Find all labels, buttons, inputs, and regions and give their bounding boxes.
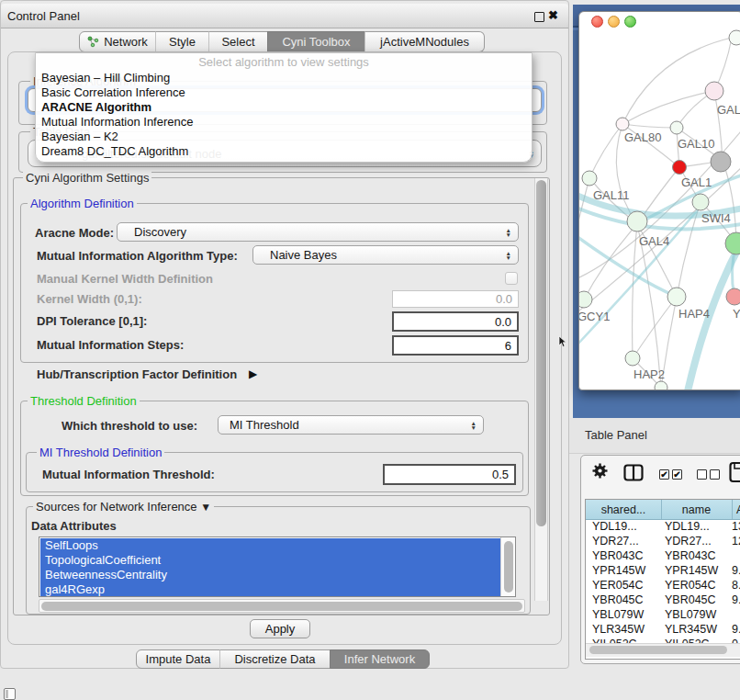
tab-network[interactable]: Network <box>79 31 156 52</box>
algorithm-option[interactable]: Bayesian – K2 <box>41 130 118 144</box>
table-cell: YBR045C <box>665 593 716 606</box>
table-row[interactable]: YER054CYER054C8. <box>586 578 740 593</box>
network-node[interactable] <box>655 381 667 390</box>
network-node[interactable] <box>616 118 629 130</box>
kernel-width-field[interactable]: 0.0 <box>392 290 519 308</box>
algorithm-option[interactable]: ARACNE Algorithm <box>41 100 151 115</box>
network-edge[interactable] <box>633 224 637 358</box>
mi-type-combo[interactable]: Naive Bayes▲▼ <box>252 245 519 265</box>
network-node[interactable] <box>670 121 683 134</box>
tab-jactivemnodules[interactable]: jActiveMNodules <box>364 31 485 52</box>
close-icon[interactable]: ✖ <box>548 8 558 22</box>
sources-group-title[interactable]: Sources for Network Inference ▼ <box>33 501 214 514</box>
table-row[interactable]: YDL19...YDL19...13 <box>586 519 740 534</box>
table-row[interactable]: YDR27...YDR27...12 <box>586 534 740 548</box>
tab-infer-network[interactable]: Infer Network <box>330 649 430 669</box>
tab-cyni-toolbox-label: Cyni Toolbox <box>282 35 350 49</box>
attribute-list-item[interactable]: BetweennessCentrality <box>40 568 503 582</box>
column-header-name[interactable]: name <box>661 500 732 519</box>
control-panel-titlebar[interactable] <box>1 4 568 28</box>
network-edge[interactable] <box>723 161 736 243</box>
network-node[interactable] <box>667 288 686 306</box>
network-edge[interactable] <box>622 124 677 128</box>
panel-minimized-icon[interactable] <box>4 688 16 700</box>
tab-cyni-toolbox[interactable]: Cyni Toolbox <box>267 31 365 52</box>
table-cell: YPR145W <box>665 564 718 577</box>
tab-impute-data[interactable]: Impute Data <box>136 649 220 669</box>
mi-threshold-field[interactable]: 0.5 <box>383 464 516 485</box>
float-icon[interactable] <box>534 12 544 22</box>
gear-icon[interactable] <box>591 462 609 480</box>
network-icon <box>87 36 99 48</box>
attributes-hscrollbar[interactable] <box>39 599 525 613</box>
table-cell: YDR27... <box>665 535 712 548</box>
table-cell: YBL079W <box>592 608 644 621</box>
mi-steps-field[interactable]: 6 <box>392 335 519 356</box>
tab-select[interactable]: Select <box>208 31 268 52</box>
network-edge[interactable] <box>589 124 622 178</box>
algorithm-option[interactable]: Basic Correlation Inference <box>41 85 185 100</box>
column-header-shared-name[interactable]: shared... <box>586 500 661 519</box>
network-edge[interactable] <box>637 224 661 388</box>
algorithm-option[interactable]: Dream8 DC_TDC Algorithm <box>41 144 188 159</box>
table-cell: YBR043C <box>665 549 716 562</box>
collapse-arrow-icon: ▼ <box>200 501 211 514</box>
network-graph[interactable]: GAL7GAL80GAL10GAL1GAL11SWI4GAL4GCY1HAP4Y… <box>579 12 740 390</box>
table-hscrollbar[interactable] <box>586 643 740 657</box>
settings-scrollbar-thumb[interactable] <box>536 180 546 526</box>
network-node[interactable] <box>725 232 740 254</box>
unchecked-columns-icon[interactable] <box>697 469 723 480</box>
table-hscrollbar-thumb[interactable] <box>589 646 727 654</box>
attribute-list-item[interactable]: SelfLoops <box>40 538 503 553</box>
network-node[interactable] <box>705 82 723 100</box>
which-threshold-combo[interactable]: MI Threshold▲▼ <box>218 415 484 435</box>
import-table-icon[interactable] <box>729 461 740 483</box>
table-cell: 9. <box>732 593 740 606</box>
network-node[interactable] <box>625 351 640 366</box>
network-node[interactable] <box>627 211 647 231</box>
manual-kernel-checkbox[interactable] <box>505 272 518 285</box>
checked-columns-icon[interactable]: ✔✔ <box>659 469 685 480</box>
tab-discretize-data-label: Discretize Data <box>234 652 315 666</box>
tab-discretize-data[interactable]: Discretize Data <box>219 649 331 669</box>
hub-definition-label[interactable]: Hub/Transcription Factor Definition <box>37 367 237 381</box>
network-node[interactable] <box>726 288 740 305</box>
table-row[interactable]: YLR345WYLR345W9. <box>586 622 740 637</box>
table-header-row[interactable]: shared... name Avera <box>586 500 740 520</box>
network-node[interactable] <box>692 194 709 210</box>
stepper-icon: ▲▼ <box>506 251 511 260</box>
network-window[interactable]: GAL7GAL80GAL10GAL1GAL11SWI4GAL4GCY1HAP4Y… <box>578 11 740 390</box>
network-edge[interactable] <box>714 91 723 161</box>
apply-button[interactable]: Apply <box>250 619 310 638</box>
dpi-tolerance-value: 0.0 <box>495 315 511 329</box>
network-node[interactable] <box>582 171 597 186</box>
network-node[interactable] <box>579 291 592 308</box>
network-edge[interactable] <box>622 38 732 124</box>
network-edge[interactable] <box>622 91 714 124</box>
columns-icon[interactable] <box>623 464 644 481</box>
table-row[interactable]: YBR045CYBR045C9. <box>586 593 740 607</box>
dpi-tolerance-field[interactable]: 0.0 <box>392 311 519 332</box>
expand-arrow-icon[interactable]: ▶ <box>249 367 257 380</box>
tab-impute-data-label: Impute Data <box>146 652 211 666</box>
tab-style[interactable]: Style <box>155 31 209 52</box>
table-cell: YPR145W <box>592 564 645 577</box>
data-attributes-label: Data Attributes <box>31 519 117 533</box>
network-node[interactable] <box>711 152 731 172</box>
attribute-list-item[interactable]: gal4RGexp <box>40 582 503 597</box>
manual-kernel-label: Manual Kernel Width Definition <box>37 272 213 286</box>
table-row[interactable]: YPR145WYPR145W9. <box>586 563 740 578</box>
attribute-list-item[interactable]: TopologicalCoefficient <box>40 553 503 568</box>
attributes-hscrollbar-thumb[interactable] <box>41 602 522 611</box>
control-panel-title: Control Panel <box>7 9 80 23</box>
table-row[interactable]: YBL079WYBL079W <box>586 607 740 622</box>
attributes-list-scrollbar-thumb[interactable] <box>504 541 513 593</box>
network-node-label: GAL4 <box>639 234 669 248</box>
network-node[interactable] <box>673 161 687 175</box>
column-header-partial[interactable]: Avera <box>736 500 740 519</box>
algorithm-option[interactable]: Bayesian – Hill Climbing <box>41 71 170 85</box>
table-row[interactable]: YBR043CYBR043C <box>586 548 740 563</box>
algorithm-option[interactable]: Mutual Information Inference <box>41 115 193 130</box>
aracne-mode-combo[interactable]: Discovery▲▼ <box>117 222 519 242</box>
network-node[interactable] <box>729 30 740 45</box>
